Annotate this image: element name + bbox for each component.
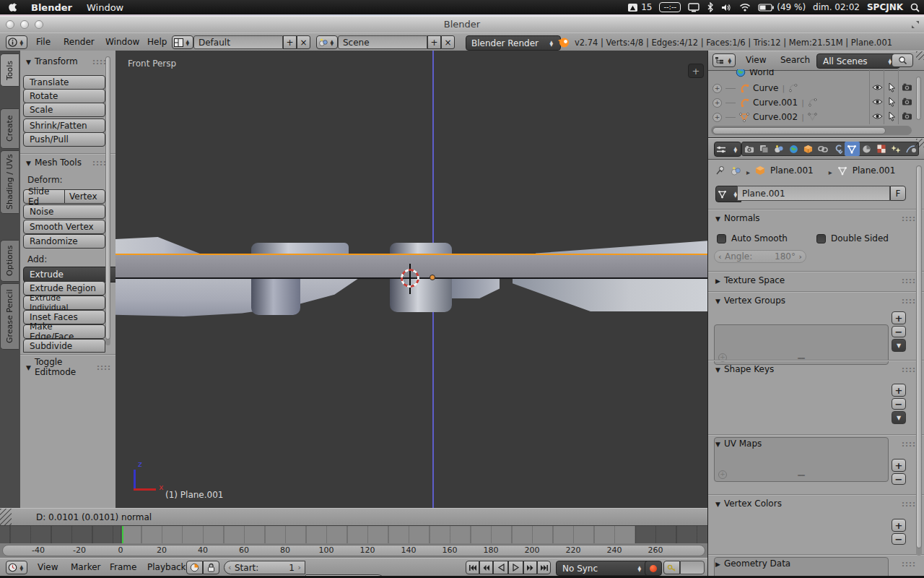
tab-render-layers[interactable]: [757, 144, 771, 153]
scene-name-field[interactable]: Scene: [338, 35, 427, 49]
expand-icon[interactable]: +: [712, 84, 722, 93]
timer-widget[interactable]: --:--: [659, 2, 681, 12]
close-layout-button[interactable]: ×: [297, 35, 310, 49]
mesh-name-input[interactable]: Plane.001: [737, 186, 890, 201]
tab-create[interactable]: Create: [0, 108, 19, 149]
timeline-menu-view[interactable]: View: [35, 562, 61, 572]
extrude-individual-button[interactable]: Extrude Individual: [23, 296, 105, 310]
auto-smooth-checkbox[interactable]: [717, 234, 726, 243]
volume-icon[interactable]: [721, 3, 732, 12]
make-edge-face-button[interactable]: Make Edge/Face: [23, 324, 105, 339]
tab-material[interactable]: [860, 144, 874, 154]
play-reverse-button[interactable]: [493, 561, 508, 574]
double-sided-checkbox[interactable]: [816, 234, 826, 243]
eye-icon[interactable]: [872, 98, 883, 105]
subdivide-button[interactable]: Subdivide: [23, 339, 105, 353]
filter-plus-icon[interactable]: [718, 470, 727, 479]
cursor-arrow-icon[interactable]: [888, 111, 896, 121]
normals-panel-header[interactable]: Normals: [715, 213, 916, 223]
shape-keys-panel-header[interactable]: Shape Keys: [715, 364, 916, 374]
app-badge[interactable]: 15: [627, 2, 652, 12]
tab-scene[interactable]: [772, 144, 786, 153]
cursor-arrow-icon[interactable]: [888, 82, 896, 92]
angle-slider-disabled[interactable]: Angle:180°: [714, 250, 806, 263]
list-resize-grip[interactable]: [798, 354, 805, 362]
expand-icon[interactable]: +: [712, 98, 722, 108]
timeline-menu-marker[interactable]: Marker: [68, 562, 103, 572]
uv-map-add-button[interactable]: [892, 459, 906, 472]
breadcrumb-data-name[interactable]: Plane.001: [853, 165, 896, 176]
menu-render[interactable]: Render: [61, 37, 97, 47]
vertex-color-remove-button[interactable]: [892, 533, 906, 545]
breadcrumb-object-name[interactable]: Plane.001: [770, 165, 814, 176]
camera-toggle-icon[interactable]: [902, 98, 912, 105]
rotate-button[interactable]: Rotate: [23, 89, 105, 103]
bluetooth-icon[interactable]: [707, 2, 714, 12]
noise-button[interactable]: Noise: [23, 204, 105, 219]
scale-button[interactable]: Scale: [23, 103, 105, 117]
expand-icon[interactable]: +: [712, 113, 722, 122]
camera-toggle-icon[interactable]: [902, 112, 912, 120]
properties-scrollbar-thumb[interactable]: [916, 165, 922, 548]
tab-grease-pencil[interactable]: Grease Pencil: [0, 283, 19, 350]
slide-edge-button[interactable]: Slide Ed: [23, 189, 65, 204]
outliner-filter-select[interactable]: All Scenes: [816, 53, 900, 69]
area-corner-grip[interactable]: [0, 509, 12, 526]
vertex-groups-list[interactable]: [714, 324, 889, 365]
menu-file[interactable]: File: [33, 37, 53, 47]
vertex-group-remove-button[interactable]: [892, 326, 906, 337]
area-corner-grip[interactable]: [916, 51, 924, 60]
outliner-row-curve-001[interactable]: + Curve.001 |: [712, 95, 817, 110]
randomize-button[interactable]: Randomize: [23, 234, 105, 249]
uv-map-remove-button[interactable]: [892, 473, 906, 485]
outliner-row-curve-002[interactable]: + Curve.002 |: [712, 110, 817, 124]
shape-key-specials-button[interactable]: [892, 411, 906, 424]
smooth-vertex-button[interactable]: Smooth Vertex: [23, 220, 105, 234]
breadcrumb-data-icon[interactable]: [837, 166, 847, 176]
lock-time-button[interactable]: [203, 561, 219, 574]
timeline-scrollbar-thumb[interactable]: [2, 545, 705, 556]
jump-to-end-button[interactable]: [537, 561, 551, 574]
current-frame-line[interactable]: [122, 526, 123, 544]
frame-start-field[interactable]: Start:1: [224, 561, 305, 574]
toggle-editmode-panel-header[interactable]: Toggle Editmode: [26, 357, 111, 377]
editor-type-properties-button[interactable]: [714, 142, 741, 157]
display-icon[interactable]: [688, 3, 699, 12]
add-layout-button[interactable]: +: [283, 35, 297, 49]
next-keyframe-button[interactable]: [523, 561, 537, 574]
vertex-colors-panel-header[interactable]: Vertex Colors: [715, 499, 916, 509]
tab-tools[interactable]: Tools: [0, 53, 19, 87]
timeline-menu-frame[interactable]: Frame: [107, 562, 139, 572]
battery-indicator[interactable]: (49 %): [758, 2, 806, 12]
extrude-select[interactable]: Extrude: [23, 267, 118, 282]
tab-options[interactable]: Options: [0, 240, 19, 282]
eye-icon[interactable]: [872, 113, 883, 120]
menu-window[interactable]: Window: [103, 37, 142, 47]
timeline-menu-playback[interactable]: Playback: [144, 562, 189, 572]
previous-keyframe-button[interactable]: [479, 561, 493, 574]
editor-type-timeline-button[interactable]: [6, 561, 27, 574]
camera-toggle-icon[interactable]: [902, 83, 912, 91]
outliner-row-curve[interactable]: + Curve |: [712, 81, 798, 95]
record-button[interactable]: [645, 561, 662, 576]
tab-world[interactable]: [786, 144, 801, 154]
pin-icon[interactable]: [715, 165, 725, 176]
editor-type-outliner-button[interactable]: [712, 53, 736, 67]
screen-layout-name-field[interactable]: Default: [193, 35, 283, 49]
outliner-vscrollbar-thumb[interactable]: [916, 77, 921, 120]
menu-help[interactable]: Help: [144, 37, 170, 47]
open-region-plus-button[interactable]: +: [688, 64, 704, 78]
breadcrumb-scene-icon[interactable]: [731, 166, 741, 176]
use-preview-range-button[interactable]: [186, 561, 203, 574]
apple-menu[interactable]: [0, 2, 24, 13]
push-pull-button[interactable]: Push/Pull: [23, 132, 105, 147]
shape-key-remove-button[interactable]: [892, 398, 906, 410]
tab-modifiers[interactable]: [830, 144, 845, 154]
transform-panel-header[interactable]: Transform: [26, 56, 107, 66]
tab-constraints[interactable]: [816, 144, 830, 153]
translate-button[interactable]: Translate: [23, 75, 105, 90]
jump-to-start-button[interactable]: [466, 561, 479, 574]
outliner-menu-search[interactable]: Search: [777, 55, 813, 65]
tab-render[interactable]: [742, 145, 757, 153]
fullscreen-arrows-icon[interactable]: [911, 20, 920, 29]
